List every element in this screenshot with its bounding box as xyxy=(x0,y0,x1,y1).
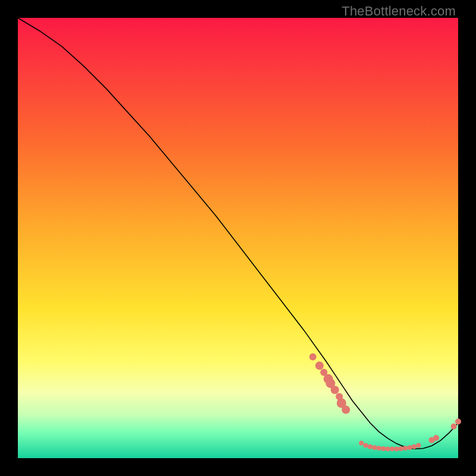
right-dots-lower-dot xyxy=(433,435,439,441)
valley-band-dot xyxy=(416,443,421,448)
bottleneck-curve xyxy=(18,18,458,449)
valley-band-dot xyxy=(381,446,386,451)
valley-band-dot xyxy=(377,446,381,450)
cluster-mid-right-dot xyxy=(342,406,350,414)
valley-band-dot xyxy=(359,441,364,446)
cluster-mid-left-dot xyxy=(315,362,324,370)
valley-band-dot xyxy=(390,447,394,452)
plot-area xyxy=(18,18,458,458)
valley-band-dot xyxy=(408,445,412,450)
valley-band-dot xyxy=(412,444,416,449)
valley-band-dot xyxy=(386,446,390,451)
valley-band-dot xyxy=(403,446,408,450)
watermark-text: TheBottleneck.com xyxy=(342,4,456,19)
right-dots-upper-dot xyxy=(451,424,457,430)
valley-band-dot xyxy=(364,443,368,448)
chart-stage: TheBottleneck.com xyxy=(0,0,476,476)
cluster-mid-left-dot xyxy=(331,386,339,394)
chart-overlay xyxy=(18,18,458,458)
valley-band-dot xyxy=(368,444,372,449)
valley-band-dot xyxy=(399,446,403,451)
valley-band-dot xyxy=(394,446,399,451)
right-dots-upper-dot xyxy=(455,419,461,425)
cluster-mid-left-dot xyxy=(309,353,317,361)
valley-band-dot xyxy=(372,445,377,450)
